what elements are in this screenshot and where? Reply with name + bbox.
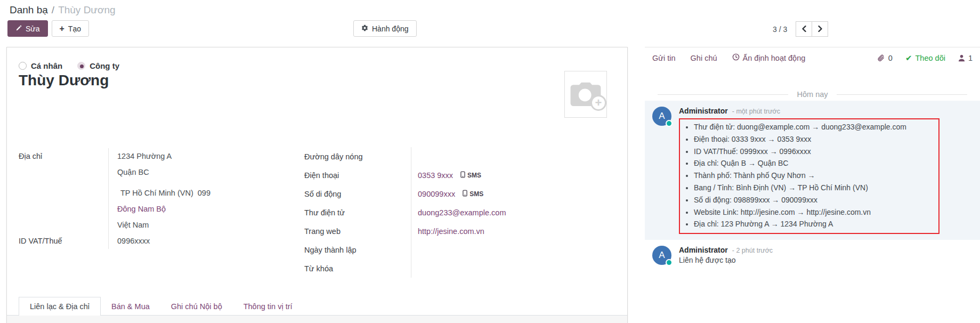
paperclip-icon [877, 54, 885, 62]
address-value: 1234 Phường A Quận BC TP Hồ Chí Minh (VN… [108, 148, 288, 233]
create-button-label: Tạo [68, 25, 81, 33]
form-sheet: Cá nhân Công ty Thùy Dương + Địa chỉ 123… [6, 47, 628, 323]
address-street: 1234 Phường A [117, 148, 288, 164]
field-row-hotline: Đường dây nóng [304, 147, 533, 166]
radio-company[interactable]: Công ty [77, 61, 119, 70]
contact-name: Thùy Dương [19, 71, 109, 90]
address-group: Địa chỉ 1234 Phường A Quận BC TP Hồ Chí … [19, 148, 288, 249]
message-author[interactable]: Administrator [679, 246, 728, 254]
mobile-phone-icon [463, 190, 467, 198]
tab-location-info[interactable]: Thông tin vị trí [233, 297, 303, 316]
attachments-button[interactable]: 0 [877, 54, 893, 62]
tab-internal-notes[interactable]: Ghi chú Nội bộ [160, 297, 233, 316]
email-value-link[interactable]: duong233@example.com [418, 208, 506, 217]
clock-icon [732, 53, 740, 62]
avatar[interactable]: A [652, 246, 671, 265]
edit-button[interactable]: Sửa [7, 20, 48, 37]
change-item: Điện thoại: 0333 9xxx → 0353 9xxx [694, 133, 934, 146]
camera-icon: + [569, 81, 602, 108]
message-time: - 2 phút trước [732, 247, 773, 254]
email-label: Thư điện tử [304, 208, 411, 217]
contact-form-page: Danh bạ/Thùy Dương Sửa + Tạo Hành động 3… [0, 0, 980, 323]
follow-button[interactable]: ✔ Theo dõi [905, 53, 945, 63]
tab-contacts-addresses[interactable]: Liên lạc & Địa chỉ [19, 297, 101, 316]
change-item: Số di động: 098899xxx → 090099xxx [694, 194, 934, 206]
action-menu-button[interactable]: Hành động [353, 20, 417, 37]
change-item: Địa chỉ: Quận B → Quận BC [694, 157, 934, 169]
date-divider-label: Hôm nay [797, 90, 828, 99]
breadcrumb: Danh bạ/Thùy Dương [10, 4, 116, 16]
phone-value-link[interactable]: 0353 9xxx [418, 171, 453, 180]
website-label: Trang web [304, 227, 411, 236]
phone-sms-button[interactable]: SMS [460, 171, 481, 180]
date-divider: Hôm nay [658, 90, 967, 99]
tracked-changes-list: Thư điện tử: duong@example.com → duong23… [680, 121, 934, 230]
message-body: Liên hệ được tạo [679, 256, 773, 264]
chatter-panel: Gửi tin Ghi chú Ấn định hoạt động 0 ✔ Th… [645, 47, 980, 323]
radio-individual-label: Cá nhân [31, 61, 62, 70]
follow-label: Theo dõi [915, 54, 945, 62]
pager-previous-button[interactable] [796, 21, 812, 37]
change-item: Thư điện tử: duong@example.com → duong23… [694, 121, 934, 133]
create-button[interactable]: + Tạo [52, 20, 89, 37]
record-pager: 3 / 3 [773, 21, 828, 37]
website-value-link[interactable]: http://jesine.com.vn [418, 227, 484, 236]
address-spacer [117, 180, 288, 185]
pager-next-button[interactable] [812, 21, 828, 37]
person-icon [958, 54, 965, 62]
mobile-sms-label: SMS [469, 190, 483, 198]
hotline-value [411, 147, 533, 166]
address-street2: Quận BC [117, 164, 288, 180]
chevron-right-icon [817, 25, 823, 34]
breadcrumb-separator: / [52, 4, 54, 15]
field-row-founded: Ngày thành lập [304, 240, 533, 259]
online-status-dot [666, 259, 673, 266]
contact-fields-group: Đường dây nóng Điện thoại 0353 9xxx SMS … [304, 147, 533, 278]
change-item: Thành phố: Thành phố Quy Nhơn → [694, 169, 934, 182]
address-country: Việt Nam [117, 217, 288, 233]
followers-button[interactable]: 1 [958, 54, 973, 62]
vat-value: 0996xxxx [108, 233, 288, 249]
message-tracking: A Administrator - một phút trước Thư điệ… [645, 101, 980, 240]
camera-plus-icon: + [590, 95, 606, 111]
chatter-actions: Gửi tin Ghi chú Ấn định hoạt động [652, 53, 805, 62]
message-list: A Administrator - một phút trước Thư điệ… [645, 101, 980, 271]
hotline-label: Đường dây nóng [304, 152, 411, 161]
radio-individual-circle[interactable] [19, 62, 27, 70]
radio-individual[interactable]: Cá nhân [19, 61, 62, 70]
notebook-page-area [7, 316, 627, 323]
radio-company-circle[interactable] [77, 62, 85, 70]
schedule-activity-button[interactable]: Ấn định hoạt động [732, 53, 806, 62]
avatar[interactable]: A [652, 107, 671, 126]
field-row-mobile: Số di động 090099xxx SMS [304, 184, 533, 203]
pager-count: 3 / 3 [773, 25, 787, 34]
founded-label: Ngày thành lập [304, 246, 411, 254]
tracked-changes-box: Thư điện tử: duong@example.com → duong23… [679, 118, 939, 234]
plus-icon: + [60, 25, 64, 33]
field-row-tags: Từ khóa [304, 259, 533, 278]
address-label: Địa chỉ [19, 148, 108, 233]
message-created: A Administrator - 2 phút trước Liên hệ đ… [645, 240, 980, 271]
action-menu-label: Hành động [372, 25, 409, 33]
mobile-sms-button[interactable]: SMS [463, 190, 483, 198]
message-time: - một phút trước [732, 108, 780, 115]
log-note-button[interactable]: Ghi chú [691, 53, 717, 62]
tags-label: Từ khóa [304, 264, 411, 273]
change-item: Website Link: http://jesine.com → http:/… [694, 206, 934, 219]
address-region-link[interactable]: Đông Nam Bộ [117, 201, 288, 217]
breadcrumb-current: Thùy Dương [58, 4, 116, 15]
schedule-activity-label: Ấn định hoạt động [743, 54, 806, 62]
change-item: Địa chỉ: 123 Phường A → 1234 Phường A [694, 218, 934, 230]
online-status-dot [666, 120, 673, 127]
tab-sales-purchase[interactable]: Bán & Mua [101, 297, 160, 316]
vat-label: ID VAT/Thuế [19, 233, 108, 249]
chatter-stats: 0 ✔ Theo dõi 1 [877, 53, 973, 63]
mobile-value-link[interactable]: 090099xxx [418, 190, 455, 198]
breadcrumb-contacts[interactable]: Danh bạ [10, 4, 48, 15]
message-author[interactable]: Administrator [679, 107, 728, 115]
field-row-website: Trang web http://jesine.com.vn [304, 222, 533, 240]
send-message-button[interactable]: Gửi tin [652, 53, 676, 62]
image-upload-placeholder[interactable]: + [564, 71, 607, 118]
change-item: Bang / Tỉnh: Bình Định (VN) → TP Hồ Chí … [694, 182, 934, 194]
cp-buttons: Sửa + Tạo [7, 20, 89, 37]
